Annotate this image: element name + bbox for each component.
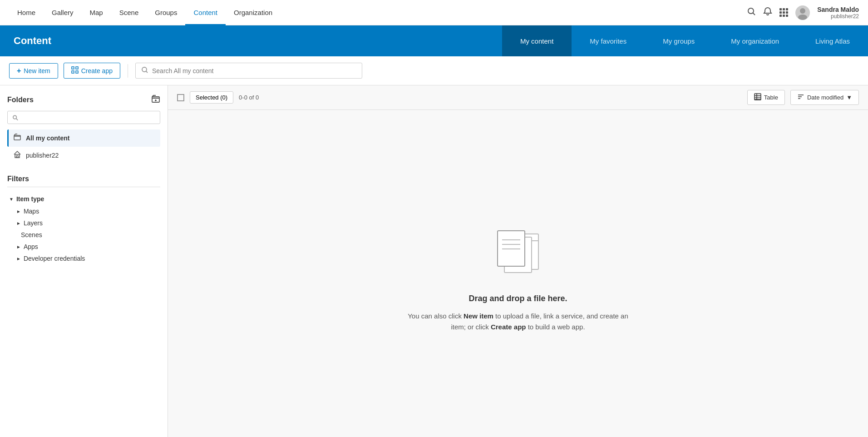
table-label: Table — [764, 94, 778, 101]
svg-line-1 — [753, 13, 755, 15]
folder-search-input[interactable] — [21, 114, 155, 121]
toolbar: + New item Create app — [0, 56, 868, 85]
chevron-right-icon: ► — [16, 256, 21, 261]
nav-groups[interactable]: Groups — [147, 0, 185, 25]
nav-content[interactable]: Content — [185, 0, 226, 25]
filters-title: Filters — [7, 175, 160, 183]
folder-publisher22-label: publisher22 — [26, 152, 59, 159]
top-nav-links: Home Gallery Map Scene Groups Content Or… — [9, 0, 747, 25]
empty-desc-prefix: You can also click — [408, 312, 464, 320]
avatar[interactable] — [795, 5, 810, 20]
content-header: Content My content My favorites My group… — [0, 25, 868, 56]
filter-apps[interactable]: ► Apps — [7, 241, 160, 253]
user-info: Sandra Maldo publisher22 — [817, 6, 859, 20]
table-view-button[interactable]: Table — [747, 90, 785, 105]
empty-files-icon — [486, 218, 550, 283]
search-box[interactable] — [135, 63, 362, 79]
filter-layers-label: Layers — [24, 219, 43, 227]
select-all-checkbox[interactable] — [177, 94, 184, 101]
folder-search-icon — [12, 114, 18, 121]
empty-new-item-bold: New item — [464, 312, 493, 320]
new-item-label: New item — [24, 67, 50, 74]
content-tabs: My content My favorites My groups My org… — [502, 25, 868, 56]
svg-rect-5 — [76, 67, 78, 69]
content-toolbar: Selected (0) 0-0 of 0 Table — [168, 85, 868, 110]
top-nav-right: Sandra Maldo publisher22 — [747, 5, 859, 20]
folder-search-box[interactable] — [7, 111, 160, 124]
add-icon: + — [17, 67, 21, 75]
table-icon — [754, 93, 761, 102]
filter-scenes-label: Scenes — [21, 231, 42, 238]
toolbar-divider — [128, 64, 128, 78]
filter-maps[interactable]: ► Maps — [7, 205, 160, 217]
tab-living-atlas[interactable]: Living Atlas — [797, 25, 868, 56]
chevron-right-icon: ► — [16, 209, 21, 214]
notifications-icon[interactable] — [763, 7, 772, 18]
svg-rect-17 — [16, 156, 18, 158]
empty-title: Drag and drop a file here. — [469, 294, 567, 303]
search-input[interactable] — [152, 67, 356, 74]
nav-home[interactable]: Home — [9, 0, 44, 25]
nav-map[interactable]: Map — [82, 0, 111, 25]
user-name: Sandra Maldo — [817, 6, 859, 13]
top-nav: Home Gallery Map Scene Groups Content Or… — [0, 0, 868, 25]
chevron-down-icon: ▼ — [9, 197, 14, 202]
svg-point-3 — [798, 15, 807, 20]
create-app-button[interactable]: Create app — [64, 63, 120, 79]
waffle-menu-icon[interactable] — [779, 8, 788, 17]
date-modified-button[interactable]: Date modified ▼ — [790, 90, 859, 105]
svg-point-2 — [800, 8, 805, 14]
empty-desc-suffix: to build a web app. — [526, 323, 585, 331]
nav-organization[interactable]: Organization — [226, 0, 281, 25]
nav-gallery[interactable]: Gallery — [44, 0, 82, 25]
search-icon — [141, 66, 148, 75]
empty-create-app-bold: Create app — [491, 323, 526, 331]
chevron-down-icon: ▼ — [846, 94, 852, 101]
folder-publisher22[interactable]: publisher22 — [7, 147, 160, 164]
selected-count-button[interactable]: Selected (0) — [190, 91, 233, 104]
chevron-right-icon: ► — [16, 244, 21, 249]
svg-point-13 — [13, 115, 17, 119]
folder-all-label: All my content — [26, 134, 69, 142]
tab-my-groups[interactable]: My groups — [645, 25, 713, 56]
filter-scenes[interactable]: Scenes — [7, 229, 160, 241]
empty-desc: You can also click New item to upload a … — [404, 311, 631, 333]
svg-rect-6 — [72, 71, 74, 73]
filter-apps-label: Apps — [24, 243, 38, 250]
folders-label: Folders — [7, 96, 34, 104]
grid-icon — [71, 66, 79, 75]
item-count-label: 0-0 of 0 — [239, 94, 259, 101]
folder-icon — [13, 133, 21, 143]
svg-line-9 — [146, 71, 148, 73]
empty-state: Drag and drop a file here. You can also … — [168, 110, 868, 437]
home-icon — [13, 150, 21, 160]
filter-maps-label: Maps — [24, 208, 39, 215]
main-layout: Folders All my content — [0, 85, 868, 437]
filter-item-type-section[interactable]: ▼ Item type — [7, 193, 160, 205]
nav-scene[interactable]: Scene — [111, 0, 147, 25]
folders-section-title: Folders — [7, 94, 160, 105]
tab-my-favorites[interactable]: My favorites — [572, 25, 645, 56]
date-modified-label: Date modified — [807, 94, 843, 101]
search-icon[interactable] — [747, 7, 756, 18]
tab-my-content[interactable]: My content — [502, 25, 572, 56]
new-item-button[interactable]: + New item — [9, 63, 58, 79]
user-role: publisher22 — [817, 13, 859, 20]
sort-icon — [797, 93, 804, 102]
chevron-right-icon: ► — [16, 221, 21, 226]
filter-divider — [7, 187, 160, 187]
filter-dev-creds-label: Developer credentials — [24, 255, 85, 262]
folder-all-my-content[interactable]: All my content — [7, 129, 160, 147]
svg-rect-4 — [72, 67, 74, 69]
filter-item-type-label: Item type — [16, 195, 44, 203]
svg-point-0 — [748, 8, 754, 14]
create-app-label: Create app — [81, 67, 113, 74]
sidebar: Folders All my content — [0, 85, 168, 437]
svg-rect-7 — [76, 71, 78, 73]
filter-layers[interactable]: ► Layers — [7, 217, 160, 229]
content-page-title: Content — [14, 35, 51, 47]
content-area: Selected (0) 0-0 of 0 Table — [168, 85, 868, 437]
filter-developer-credentials[interactable]: ► Developer credentials — [7, 253, 160, 264]
new-folder-icon[interactable] — [151, 94, 160, 105]
tab-my-organization[interactable]: My organization — [713, 25, 797, 56]
